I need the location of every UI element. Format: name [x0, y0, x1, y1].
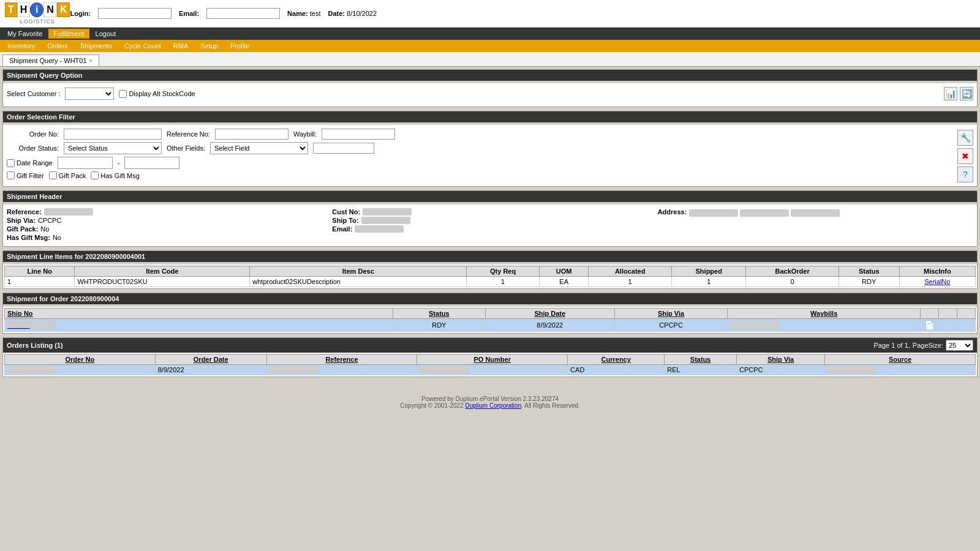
col-ship-via: Ship Via — [737, 354, 825, 365]
has-gift-msg-value: No — [53, 234, 61, 241]
page-size-label: PageSize: — [913, 342, 943, 349]
order-no-label: Order No: — [7, 130, 59, 138]
menu-shipments[interactable]: Shipments — [75, 41, 117, 51]
filter-btn[interactable]: 🔧 — [957, 130, 973, 146]
shipment-header-col3: Address: — [658, 208, 973, 242]
gift-filter-row: Gift Filter Gift Pack Has Gift Msg — [7, 171, 952, 179]
shipment-header-grid: Reference: Ship Via: CPCPC Gift Pack: No… — [7, 208, 973, 242]
order-no-row: Order No: Reference No: Waybill: — [7, 129, 952, 140]
orders-listing-panel: Orders Listing (1) Page 1 of 1, PageSize… — [2, 337, 978, 377]
login-input[interactable] — [98, 8, 172, 19]
col-item-desc: Item Desc — [250, 266, 467, 277]
date-to-input[interactable] — [124, 157, 179, 169]
cust-no-value — [363, 208, 412, 216]
menu-inventory[interactable]: Inventory — [2, 41, 40, 51]
other-fields-value-input[interactable] — [313, 143, 374, 154]
gift-pack-checkbox[interactable] — [49, 171, 57, 179]
reference-value — [44, 208, 93, 216]
has-gift-msg-checkbox[interactable] — [91, 171, 99, 179]
cell-ship-no[interactable] — [5, 319, 393, 332]
tab-shipment-query[interactable]: Shipment Query - WHT01 × — [2, 54, 99, 66]
cell-order-date: 8/9/2022 — [155, 365, 266, 375]
col-ship-no: Ship No — [5, 309, 393, 319]
shipment-query-option-header: Shipment Query Option — [3, 70, 977, 81]
shipment-for-order-header: Shipment for Order 2022080900004 — [3, 293, 977, 304]
shipment-line-items-header: Shipment Line Items for 2022080900004001 — [3, 251, 977, 262]
cell-shipped: 1 — [672, 277, 746, 287]
address-block — [689, 208, 840, 217]
shipment-header-title: Shipment Header — [3, 191, 977, 202]
gift-pack-label[interactable]: Gift Pack — [49, 171, 86, 179]
waybill-input[interactable] — [322, 129, 395, 140]
shipment-header-content: Reference: Ship Via: CPCPC Gift Pack: No… — [3, 204, 977, 246]
clear-filter-btn[interactable]: ✖ — [957, 148, 973, 164]
col-misc-info: MiscInfo — [899, 266, 975, 277]
cell-source — [825, 365, 976, 375]
filter-toolbar: 🔧 ✖ ? — [957, 129, 973, 182]
nav-logout[interactable]: Logout — [91, 29, 121, 39]
email-row: Email: — [332, 225, 647, 233]
refresh-btn[interactable]: 🔄 — [960, 87, 973, 100]
gift-pack-row: Gift Pack: No — [7, 225, 322, 233]
ship-to-value — [361, 217, 410, 224]
other-fields-select[interactable]: Select Field Option 1 — [210, 142, 308, 154]
menu-setup[interactable]: Setup — [195, 41, 223, 51]
gift-filter-checkbox[interactable] — [7, 171, 15, 179]
refresh-icon: 🔄 — [962, 89, 972, 99]
nav-my-favorite[interactable]: My Favorite — [2, 29, 47, 39]
menu-orders[interactable]: Orders — [42, 41, 73, 51]
order-no-input[interactable] — [64, 129, 162, 140]
cell-item-desc: whtproduct02SKUDescription — [250, 277, 467, 287]
table-row: RDY 8/9/2022 CPCPC 📄 — [5, 319, 976, 332]
tab-label: Shipment Query - WHT01 — [9, 57, 87, 64]
order-selection-filter-content: Order No: Reference No: Waybill: Order S… — [3, 125, 977, 186]
date-from-input[interactable] — [58, 157, 113, 169]
serial-no-link[interactable]: SerialNo — [924, 278, 950, 285]
cell-backorder: 0 — [746, 277, 839, 287]
customer-select[interactable] — [65, 88, 114, 100]
order-status-select[interactable]: Select Status Open Closed — [64, 142, 162, 154]
date-label: Date: 8/10/2022 — [328, 10, 377, 17]
col-action2 — [939, 309, 957, 319]
help-btn[interactable]: ? — [957, 167, 973, 182]
date-range-separator: - — [118, 159, 120, 167]
display-alt-stock-checkbox[interactable] — [119, 90, 127, 98]
menu-rma[interactable]: RMA — [168, 41, 193, 51]
duplium-link[interactable]: Duplium Corporation — [466, 402, 522, 409]
nav-fulfillment[interactable]: Fulfillment — [48, 29, 89, 39]
has-gift-msg-label[interactable]: Has Gift Msg — [91, 171, 140, 179]
date-range-checkbox[interactable] — [7, 159, 15, 167]
col-action1 — [921, 309, 939, 319]
waybill-label: Waybill: — [293, 130, 317, 138]
col-shipped: Shipped — [672, 266, 746, 277]
menu-cycle-count[interactable]: Cycle Count — [119, 41, 166, 51]
excel-export-btn[interactable]: 📊 — [944, 87, 957, 100]
shipment-line-items-table: Line No Item Code Item Desc Qty Req UOM … — [4, 266, 976, 287]
other-fields-label: Other Fields: — [167, 144, 205, 152]
cell-reference — [266, 365, 417, 375]
col-status: Status — [839, 266, 899, 277]
email-input[interactable] — [206, 8, 280, 19]
reference-no-input[interactable] — [215, 129, 288, 140]
cell-action2 — [939, 319, 957, 332]
cell-action3 — [957, 319, 976, 332]
ship-no-value[interactable] — [7, 321, 56, 329]
logo-i: i — [30, 2, 43, 17]
date-range-checkbox-label[interactable]: Date Range — [7, 159, 53, 167]
gift-pack-value: No — [40, 225, 49, 233]
page-size-select[interactable]: 25 50 100 — [946, 340, 973, 351]
display-alt-stock-label[interactable]: Display Alt StockCode — [119, 90, 195, 98]
tab-close[interactable]: × — [89, 58, 92, 64]
shipment-query-option-content: Select Customer : Display Alt StockCode … — [3, 83, 977, 107]
cell-po-number — [417, 365, 568, 375]
shipment-header-panel: Shipment Header Reference: Ship Via: CPC… — [2, 190, 978, 247]
cell-order-no[interactable] — [5, 365, 156, 375]
cell-misc-info[interactable]: SerialNo — [899, 277, 975, 287]
filter-icon: 🔧 — [960, 133, 971, 143]
address-row: Address: — [658, 208, 973, 217]
tab-bar: Shipment Query - WHT01 × — [0, 52, 980, 67]
gift-filter-label[interactable]: Gift Filter — [7, 171, 44, 179]
cell-doc-btn[interactable]: 📄 — [921, 319, 939, 332]
menu-profile[interactable]: Profile — [225, 41, 254, 51]
reference-row: Reference: — [7, 208, 322, 216]
